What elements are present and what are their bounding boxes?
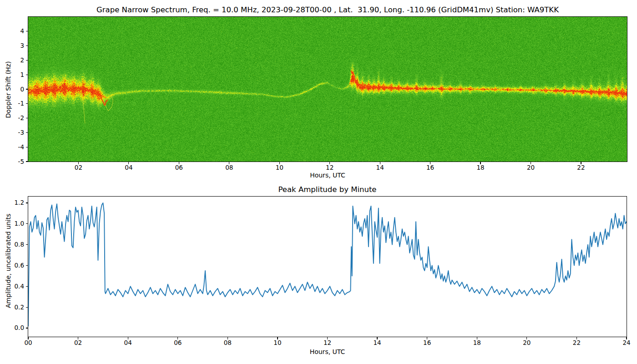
tick-mark [128,162,129,164]
tick-mark [377,337,377,339]
amp-ytick-label-1.2: 1.2 [0,199,24,206]
amp-xtick-label-02: 02 [68,339,88,346]
tick-mark [480,162,480,164]
tick-mark [427,337,427,339]
spec-xtick-label-12: 12 [320,164,340,171]
tick-mark [477,337,477,339]
amp-ytick-label-0.6: 0.6 [0,262,24,269]
spec-ytick-label-3: 3 [0,42,24,49]
amp-xtick-label-16: 16 [417,339,437,346]
tick-mark [26,103,28,104]
tick-mark [26,244,28,245]
tick-mark [26,147,28,147]
amplitude-title: Peak Amplitude by Minute [28,185,627,194]
tick-mark [26,307,28,308]
spectrogram-plot-area [28,16,627,162]
spec-xtick-label-02: 02 [68,164,88,171]
spec-ytick-label--4: -4 [0,144,24,151]
tick-mark [576,337,577,339]
tick-mark [78,337,78,339]
tick-mark [277,337,278,339]
tick-mark [26,132,28,133]
tick-mark [26,89,28,89]
tick-mark [327,337,328,339]
spec-ytick-label--5: -5 [0,158,24,165]
amp-ytick-label-0.8: 0.8 [0,241,24,248]
tick-mark [26,118,28,118]
spec-ytick-label--1: -1 [0,100,24,107]
amp-xtick-label-18: 18 [467,339,487,346]
tick-mark [228,337,228,339]
amplitude-x-axis-label: Hours, UTC [28,348,627,355]
tick-mark [329,162,330,164]
amp-xtick-label-10: 10 [268,339,288,346]
spectrogram-x-axis-label: Hours, UTC [28,172,627,179]
tick-mark [229,162,229,164]
spec-xtick-label-20: 20 [521,164,541,171]
spec-ytick-label--2: -2 [0,115,24,121]
amp-xtick-label-06: 06 [168,339,188,346]
amp-xtick-label-24: 24 [617,339,637,346]
tick-mark [531,162,531,164]
tick-mark [581,162,581,164]
amp-xtick-label-20: 20 [517,339,537,346]
tick-mark [26,328,28,328]
spec-xtick-label-06: 06 [169,164,189,171]
tick-mark [26,60,28,61]
spec-ytick-label-2: 2 [0,57,24,64]
tick-mark [26,265,28,266]
tick-mark [26,31,28,31]
spectrogram-image [28,17,627,162]
tick-mark [26,202,28,203]
spec-xtick-label-08: 08 [219,164,239,171]
tick-mark [430,162,430,164]
amp-xtick-label-22: 22 [566,339,586,346]
amp-xtick-label-00: 00 [18,339,38,346]
spec-ytick-label-0: 0 [0,86,24,93]
spec-xtick-label-14: 14 [370,164,390,171]
amp-ytick-label-1.0: 1.0 [0,220,24,227]
amp-ytick-label-0.0: 0.0 [0,324,24,331]
tick-mark [26,286,28,287]
spec-ytick-label--3: -3 [0,129,24,136]
tick-mark [179,162,179,164]
spec-xtick-label-18: 18 [470,164,490,171]
tick-mark [28,337,28,339]
amplitude-line-chart [28,197,627,337]
amp-xtick-label-12: 12 [318,339,338,346]
amp-xtick-label-14: 14 [367,339,387,346]
amp-xtick-label-04: 04 [118,339,138,346]
amp-xtick-label-08: 08 [217,339,238,346]
spec-xtick-label-22: 22 [571,164,591,171]
tick-mark [526,337,527,339]
spec-ytick-label-4: 4 [0,28,24,35]
spectrogram-title: Grape Narrow Spectrum, Freq. = 10.0 MHz,… [28,5,627,14]
tick-mark [26,75,28,75]
tick-mark [626,337,627,339]
amp-ytick-label-0.4: 0.4 [0,283,24,290]
tick-mark [26,223,28,224]
tick-mark [26,161,28,162]
tick-mark [128,337,128,339]
tick-mark [380,162,380,164]
amp-ytick-label-0.2: 0.2 [0,304,24,311]
tick-mark [279,162,280,164]
tick-mark [26,46,28,46]
tick-mark [177,337,178,339]
spec-xtick-label-10: 10 [269,164,289,171]
amplitude-plot-area [28,196,627,337]
spec-ytick-label-1: 1 [0,71,24,78]
tick-mark [78,162,79,164]
spec-xtick-label-04: 04 [119,164,139,171]
spec-xtick-label-16: 16 [420,164,440,171]
figure-area: Grape Narrow Spectrum, Freq. = 10.0 MHz,… [0,0,637,364]
